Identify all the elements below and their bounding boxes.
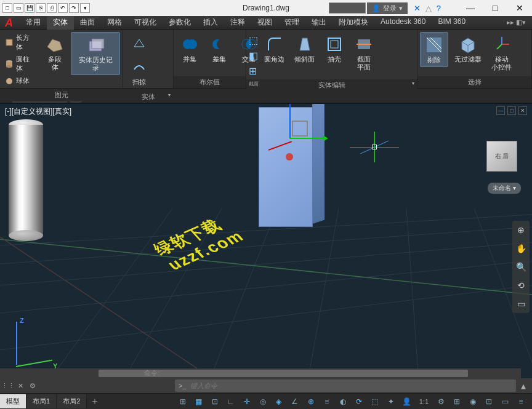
cmd-config-icon[interactable]: ⚙	[27, 380, 38, 391]
polar-toggle[interactable]: ✛	[241, 395, 253, 408]
3dosnap-toggle[interactable]: ◈	[273, 395, 285, 408]
box-button[interactable]: 长方体	[2, 32, 39, 53]
isolate-icon[interactable]: ⊡	[483, 395, 495, 408]
annoscale-icon[interactable]: ⚙	[435, 395, 447, 408]
ribbon-tab-10[interactable]: 输出	[305, 15, 332, 30]
layout-tab-0[interactable]: 模型	[0, 394, 26, 408]
clean-screen-icon[interactable]: ▭	[499, 395, 511, 408]
search-input[interactable]	[329, 2, 366, 14]
fillet-button[interactable]: 圆角边	[260, 32, 288, 66]
cull-button[interactable]: 剔除	[420, 32, 448, 67]
qat-open-icon[interactable]: ▭	[14, 3, 23, 13]
layout-tab-2[interactable]: 布局2	[57, 394, 87, 408]
nav-wheel-icon[interactable]: ⊕	[514, 223, 528, 237]
ribbon-tab-3[interactable]: 网格	[101, 15, 128, 30]
viewcube[interactable]: 右 后	[486, 141, 517, 172]
ribbon-tab-11[interactable]: 附加模块	[332, 15, 374, 30]
solid-history-button[interactable]: 实体历史记录	[71, 32, 120, 75]
customize-icon[interactable]: ≡	[515, 395, 527, 408]
dyn-toggle[interactable]: ⊕	[305, 395, 317, 408]
snap-toggle[interactable]: ⊡	[209, 395, 221, 408]
viewport-3d[interactable]: [-][自定义视图][真实] — □ ✕ 绿软下载 uzzf.co	[0, 103, 532, 378]
cmd-recent-icon[interactable]: ▴	[517, 380, 530, 392]
ribbon-tab-12[interactable]: Autodesk 360	[374, 15, 432, 30]
ribbon-tab-5[interactable]: 参数化	[163, 15, 197, 30]
move-gizmo-button[interactable]: 移动 小控件	[488, 32, 515, 74]
model-space-button[interactable]: ⊞	[177, 395, 189, 408]
sphere-button[interactable]: 球体	[2, 75, 39, 87]
shell-button[interactable]: 抽壳	[321, 32, 348, 66]
gizmo-toggle[interactable]: ✦	[385, 395, 397, 408]
section-plane-button[interactable]: 截面 平面	[350, 32, 377, 74]
gizmo-plane-icon[interactable]	[292, 121, 308, 137]
vertex-icon[interactable]: ⊞	[249, 65, 258, 77]
ribbon-tab-0[interactable]: 常用	[20, 15, 47, 30]
app-logo-icon[interactable]: A	[2, 17, 20, 29]
viewcube-name[interactable]: 未命名 ▾	[488, 183, 521, 194]
ucs-toggle[interactable]: ⬚	[369, 395, 381, 408]
ribbon-tab-13[interactable]: BIM 360	[432, 15, 472, 30]
svg-point-10	[217, 39, 227, 49]
qat-print-icon[interactable]: ⎙	[47, 3, 57, 13]
gizmo-y-axis[interactable]	[289, 138, 326, 139]
qat-undo-icon[interactable]: ↶	[58, 3, 68, 13]
cmd-close-icon[interactable]: ✕	[15, 380, 26, 391]
nofilter-button[interactable]: 无过滤器	[451, 32, 485, 66]
qat-saveas-icon[interactable]: ⎘	[36, 3, 46, 13]
login-button[interactable]: 👤 登录 ▾	[367, 2, 408, 14]
ribbon-tab-1[interactable]: 实体	[47, 15, 74, 30]
exchange-icon[interactable]: ✕	[414, 4, 421, 13]
ribbon-tab-9[interactable]: 管理	[278, 15, 305, 30]
cmd-handle-icon[interactable]: ⋮⋮	[2, 380, 14, 391]
face-icon[interactable]: ◧	[249, 50, 258, 62]
close-button[interactable]: ✕	[507, 0, 532, 16]
cylinder-object[interactable]	[9, 119, 43, 242]
nav-showmotion-icon[interactable]: ▭	[514, 297, 528, 311]
nav-orbit-icon[interactable]: ⟲	[514, 279, 528, 292]
extrude-button[interactable]	[126, 32, 153, 54]
layout-tab-1[interactable]: 布局1	[26, 394, 57, 408]
help-icon[interactable]: ?	[437, 4, 441, 13]
osnap-toggle[interactable]: ◎	[257, 395, 269, 408]
panel-boolean-title: 布尔值	[174, 76, 246, 88]
nav-zoom-icon[interactable]: 🔍	[514, 260, 528, 274]
union-button[interactable]: 并集	[176, 32, 203, 66]
minimize-button[interactable]: —	[458, 0, 483, 16]
ribbon-overflow[interactable]: ▸▸ ◧▾	[503, 18, 530, 26]
maximize-button[interactable]: □	[483, 0, 507, 16]
otrack-toggle[interactable]: ∠	[289, 395, 301, 408]
qat-new-icon[interactable]: □	[2, 3, 12, 13]
grid-toggle[interactable]: ▦	[193, 395, 205, 408]
horizontal-scrollbar[interactable]	[0, 368, 521, 378]
ribbon-tab-8[interactable]: 视图	[251, 15, 278, 30]
ribbon-tab-7[interactable]: 注释	[224, 15, 251, 30]
qat-redo-icon[interactable]: ↷	[69, 3, 79, 13]
qat-more-icon[interactable]: ▾	[80, 3, 90, 13]
scale-display[interactable]: 1:1	[417, 398, 431, 405]
transparency-toggle[interactable]: ◐	[337, 395, 349, 408]
cycling-toggle[interactable]: ⟳	[353, 395, 365, 408]
nav-pan-icon[interactable]: ✋	[514, 242, 528, 255]
sweep-button[interactable]: 扫掠	[126, 55, 153, 89]
ribbon-tab-6[interactable]: 插入	[197, 15, 224, 30]
annotation-toggle[interactable]: 👤	[401, 395, 413, 408]
command-input[interactable]	[190, 382, 512, 389]
gizmo-z-axis[interactable]	[289, 103, 291, 138]
lwt-toggle[interactable]: ≡	[321, 395, 333, 408]
add-layout-button[interactable]: +	[87, 394, 102, 410]
ortho-toggle[interactable]: ∟	[225, 395, 237, 408]
ribbon-tab-2[interactable]: 曲面	[74, 15, 101, 30]
ribbon-tab-4[interactable]: 可视化	[128, 15, 163, 30]
title-bar: □ ▭ 💾 ⎘ ⎙ ↶ ↷ ▾ Drawing1.dwg 👤 登录 ▾ ✕ △ …	[0, 0, 532, 16]
gizmo-origin[interactable]	[286, 153, 293, 161]
command-input-wrap[interactable]: >_	[175, 379, 516, 392]
hardware-accel-icon[interactable]: ◉	[467, 395, 479, 408]
qat-save-icon[interactable]: 💾	[25, 3, 34, 13]
taper-button[interactable]: 倾斜面	[291, 32, 318, 66]
a360-icon[interactable]: △	[425, 4, 432, 13]
polysolid-button[interactable]: 多段体	[41, 32, 69, 74]
cylinder-button[interactable]: 圆柱体	[2, 54, 39, 74]
edge-icon[interactable]: ⬚	[249, 34, 258, 46]
workspace-icon[interactable]: ⊞	[451, 395, 463, 408]
subtract-button[interactable]: 差集	[206, 32, 233, 66]
